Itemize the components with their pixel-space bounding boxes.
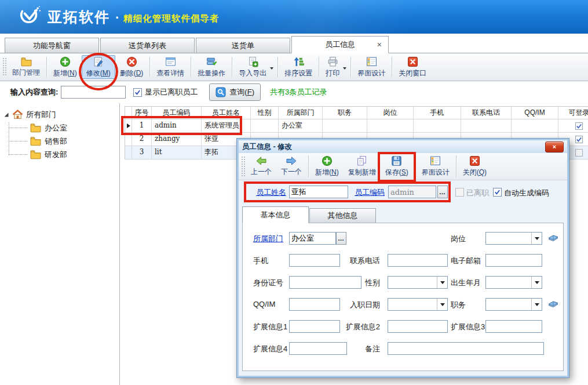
employee-name-input[interactable] xyxy=(289,186,348,198)
tab-close-icon[interactable]: × xyxy=(377,41,382,49)
field-combo[interactable] xyxy=(485,232,542,245)
tab-label: 员工信息 xyxy=(325,39,355,50)
dropdown-caret-icon[interactable] xyxy=(343,67,346,70)
field-input[interactable] xyxy=(388,342,544,355)
dialog-close-icon[interactable]: × xyxy=(545,141,564,152)
combo-arrow-icon[interactable] xyxy=(531,277,542,288)
combo-arrow-icon[interactable] xyxy=(531,299,542,310)
department-tree: 所有部门办公室销售部研发部 xyxy=(0,103,120,385)
app-logo-icon xyxy=(17,5,42,29)
table-cell xyxy=(414,119,461,133)
table-row[interactable]: 1admin系统管理员办公室 xyxy=(125,119,588,133)
tab-label: 功能导航窗 xyxy=(33,41,71,51)
basic-info-tab-page: 所属部门…岗位手机联系电话电子邮箱身份证号性别出生年月QQ/IM入职日期职务扩展… xyxy=(242,223,564,371)
tree-root-all-departments[interactable]: 所有部门 xyxy=(0,108,119,121)
toolbar-button[interactable]: 关闭(Q) xyxy=(458,154,491,179)
combo-arrow-icon[interactable] xyxy=(531,233,542,244)
document-tab-bar: 功能导航窗送货单列表送货单员工信息× xyxy=(0,34,588,53)
tab-2[interactable]: 送货单列表 xyxy=(100,38,195,53)
search-button[interactable]: 查询(F) xyxy=(209,83,261,101)
toolbar-button-label: 新增(N) xyxy=(53,68,77,78)
column-header[interactable]: 序号 xyxy=(132,106,152,119)
toolbar-separator xyxy=(232,57,232,77)
toolbar-button[interactable]: 删除(D) xyxy=(115,55,148,79)
toolbar-button[interactable]: 关闭窗口 xyxy=(394,55,431,79)
employee-code-label: 员工编码 xyxy=(355,187,385,198)
autocode-checkbox[interactable] xyxy=(493,188,502,197)
toolbar-button[interactable]: 新增(N) xyxy=(49,55,82,79)
toolbar-button[interactable]: 排序设置 xyxy=(280,55,317,79)
toolbar-button[interactable]: 查看详情 xyxy=(152,55,189,79)
name-code-row: 员工姓名 员工编码 … 已离职 自动生成编码 xyxy=(239,180,567,204)
field-input[interactable] xyxy=(388,320,448,333)
toolbar-button[interactable]: 下一个 xyxy=(276,154,306,179)
column-header[interactable]: 岗位 xyxy=(367,106,414,119)
field-combo[interactable] xyxy=(485,276,542,289)
toolbar-button-label: 关闭窗口 xyxy=(399,68,426,78)
toolbar-button[interactable]: 批量操作 xyxy=(193,55,230,79)
toolbar-separator xyxy=(392,57,392,77)
column-header[interactable]: 职务 xyxy=(323,106,367,119)
tree-root-label: 所有部门 xyxy=(26,110,56,120)
table-cell: 系统管理员 xyxy=(202,119,251,133)
dialog-title-bar[interactable]: 员工信息 - 修改 × xyxy=(239,140,567,153)
column-header[interactable]: 员工姓名 xyxy=(202,106,251,119)
toolbar-separator xyxy=(415,155,415,177)
toolbar-button[interactable]: 导入导出 xyxy=(234,55,276,79)
toolbar-button-label: 新增(N) xyxy=(315,168,339,177)
arrowR-icon xyxy=(286,156,297,166)
column-header[interactable]: 可登录 xyxy=(558,106,588,119)
tab-1[interactable]: 功能导航窗 xyxy=(5,38,99,53)
field-combo[interactable] xyxy=(485,298,542,311)
field-input[interactable] xyxy=(388,254,448,267)
toolbar-button[interactable]: 复制新增 xyxy=(344,154,381,179)
toolbar-button[interactable]: 新增(N) xyxy=(311,154,344,179)
query-input[interactable] xyxy=(61,86,126,99)
add-icon xyxy=(60,56,71,67)
toolbar-button-label: 查看详情 xyxy=(156,68,184,78)
tree-item-label: 研发部 xyxy=(45,150,67,160)
toolbar-button-label: 删除(D) xyxy=(120,68,144,78)
record-count-text: 共有3条员工记录 xyxy=(270,87,327,97)
lookup-ellipsis-button[interactable]: … xyxy=(336,232,346,245)
table-cell: 2 xyxy=(132,133,152,146)
tree-item[interactable]: 销售部 xyxy=(30,135,119,148)
field-label: 扩展信息1 xyxy=(253,322,287,332)
column-header[interactable]: QQ/IM xyxy=(512,106,558,119)
arrowL-icon xyxy=(255,156,267,166)
toolbar-button[interactable]: 保存(S) xyxy=(381,154,413,179)
tab-4[interactable]: 员工信息× xyxy=(291,36,389,53)
autocode-label: 自动生成编码 xyxy=(504,188,549,198)
toolbar-button[interactable]: 部门管理 xyxy=(8,55,45,79)
toolbar-button[interactable]: 界面设计 xyxy=(353,55,390,79)
field-combo[interactable] xyxy=(388,276,448,289)
toolbar-button[interactable]: 界面设计 xyxy=(417,154,454,179)
field-input[interactable] xyxy=(485,320,542,333)
details-icon xyxy=(165,56,176,67)
toolbar-button[interactable]: 打印 xyxy=(321,55,349,79)
code-ellipsis-button[interactable]: … xyxy=(437,186,448,198)
batch-icon xyxy=(206,56,217,67)
column-header[interactable]: 手机 xyxy=(414,106,461,119)
toolbar-button[interactable]: 修改(M) xyxy=(82,55,115,79)
tree-item[interactable]: 办公室 xyxy=(30,121,119,135)
column-header[interactable]: 所属部门 xyxy=(279,106,323,119)
toolbar-button-label: 修改(M) xyxy=(86,68,111,78)
combo-arrow-icon[interactable] xyxy=(437,277,447,288)
combo-arrow-icon[interactable] xyxy=(437,299,447,310)
column-header[interactable]: 员工编码 xyxy=(152,106,202,119)
field-input[interactable] xyxy=(485,254,542,267)
tree-item[interactable]: 研发部 xyxy=(30,148,119,161)
field-input[interactable] xyxy=(289,232,336,245)
dialog-tab-2[interactable]: 其他信息 xyxy=(309,208,376,223)
field-combo[interactable] xyxy=(388,298,448,311)
toolbar-button-label: 部门管理 xyxy=(12,68,40,78)
column-header[interactable]: 性别 xyxy=(251,106,279,119)
dropdown-caret-icon[interactable] xyxy=(270,67,273,70)
can-login-checkbox[interactable] xyxy=(558,119,588,133)
column-header[interactable]: 联系电话 xyxy=(461,106,512,119)
dialog-tab-1[interactable]: 基本信息 xyxy=(242,206,309,223)
show-resigned-checkbox[interactable] xyxy=(133,88,142,97)
toolbar-button[interactable]: 上一个 xyxy=(246,154,276,179)
tab-3[interactable]: 送货单 xyxy=(196,38,290,53)
